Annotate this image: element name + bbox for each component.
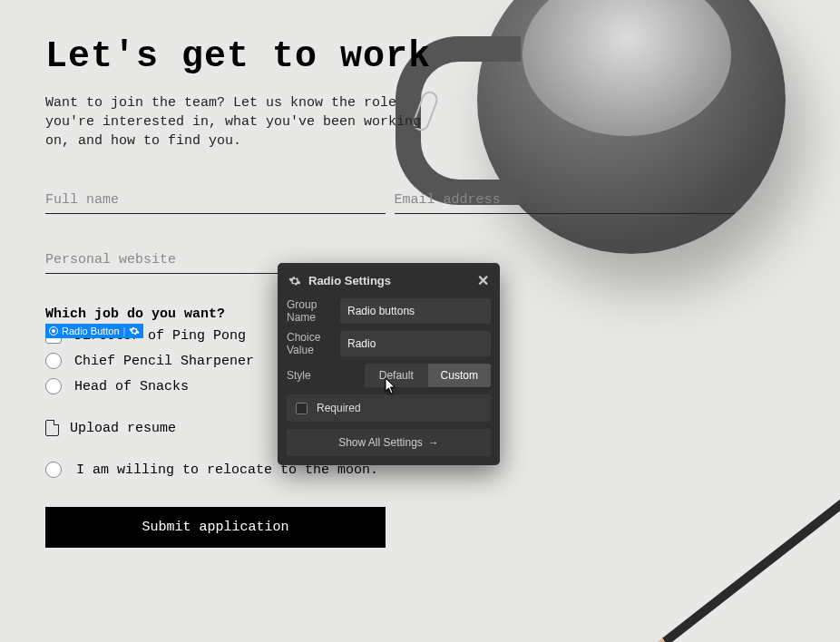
style-segmented-control: Default Custom bbox=[365, 364, 491, 387]
submit-button[interactable]: Submit application bbox=[45, 507, 386, 548]
style-label: Style bbox=[287, 369, 357, 382]
arrow-right-icon: → bbox=[428, 436, 439, 449]
group-name-input[interactable] bbox=[340, 298, 491, 324]
group-name-label: Group Name bbox=[287, 298, 333, 324]
upload-label: Upload resume bbox=[70, 421, 176, 436]
job-option-label: Head of Snacks bbox=[74, 379, 189, 394]
panel-header[interactable]: Radio Settings ✕ bbox=[278, 263, 500, 298]
choice-value-input[interactable] bbox=[340, 331, 491, 356]
gear-icon[interactable] bbox=[129, 326, 140, 336]
page-title: Let's get to work bbox=[45, 36, 795, 77]
radio-button-icon bbox=[49, 326, 58, 336]
job-option-label: Chief Pencil Sharpener bbox=[74, 354, 254, 369]
required-row[interactable]: Required bbox=[287, 394, 491, 422]
required-checkbox[interactable] bbox=[296, 403, 308, 414]
separator: | bbox=[123, 326, 126, 336]
radio-icon bbox=[45, 353, 62, 369]
choice-value-label: Choice Value bbox=[287, 331, 333, 356]
panel-title: Radio Settings bbox=[308, 274, 391, 287]
element-selection-tag[interactable]: Radio Button | bbox=[45, 324, 143, 338]
page-subtitle: Want to join the team? Let us know the r… bbox=[45, 93, 435, 151]
mouse-cursor bbox=[385, 377, 397, 395]
style-custom-option[interactable]: Custom bbox=[428, 364, 492, 387]
show-all-label: Show All Settings bbox=[338, 436, 423, 449]
radio-icon bbox=[45, 378, 62, 394]
checkbox-icon bbox=[45, 462, 62, 478]
close-icon[interactable]: ✕ bbox=[477, 272, 489, 289]
email-input[interactable] bbox=[395, 187, 735, 214]
file-icon bbox=[45, 420, 59, 436]
required-label: Required bbox=[317, 402, 361, 414]
full-name-input[interactable] bbox=[45, 187, 386, 214]
gear-icon bbox=[288, 275, 301, 287]
radio-settings-panel[interactable]: Radio Settings ✕ Group Name Choice Value… bbox=[278, 263, 500, 465]
show-all-settings-button[interactable]: Show All Settings → bbox=[287, 429, 491, 456]
selection-tag-label: Radio Button bbox=[62, 326, 120, 336]
